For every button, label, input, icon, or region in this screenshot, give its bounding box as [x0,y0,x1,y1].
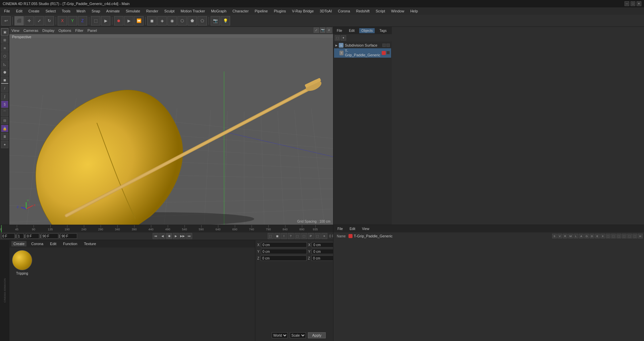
viewport-menu-filter[interactable]: Filter [75,29,83,33]
menu-mograph[interactable]: MoGraph [208,8,229,14]
flag-s[interactable]: S [552,234,557,238]
tl-btn1[interactable]: ⬚ [268,233,274,239]
undo-button[interactable]: ↩ [1,16,11,25]
menu-select[interactable]: Select [43,8,59,14]
rotate-tool-button[interactable]: ↻ [45,16,54,25]
flag-v[interactable]: V [557,234,562,238]
menu-plugins[interactable]: Plugins [271,8,288,14]
record-active-button[interactable]: ⏺ [166,233,172,239]
flag-g[interactable]: G [584,234,589,238]
forward-button[interactable]: ⏩ [134,16,144,25]
menu-pipeline[interactable]: Pipeline [252,8,270,14]
rp-tab-objects[interactable]: Objects [359,28,375,33]
display-mode6[interactable]: ⬠ [198,16,207,25]
viewport-camera-ctrl[interactable]: 📷 [320,27,325,33]
display-mode1[interactable]: ◼ [147,16,157,25]
tool-lasso[interactable]: ⌒ [1,109,8,116]
obj-vis3[interactable] [386,51,390,54]
me-tab-texture[interactable]: Texture [82,241,98,246]
tl-btn3[interactable]: ! [281,233,287,239]
tool-lock[interactable]: 🔒 [1,125,8,132]
frame-field[interactable] [26,233,39,239]
menu-motion-tracker[interactable]: Motion Tracker [178,8,208,14]
minimize-button[interactable]: ─ [625,1,629,6]
tl-btn4[interactable]: ? [288,233,294,239]
menu-window[interactable]: Window [388,8,407,14]
record-button[interactable]: ⏺ [114,16,123,25]
material-preview-ball[interactable] [12,250,32,270]
material-slot[interactable]: Tripping [12,250,32,275]
go-end-button[interactable]: ⏭ [186,233,192,239]
y-axis-button[interactable]: Y [68,16,77,25]
menu-script[interactable]: Script [373,8,388,14]
rp-tab-file[interactable]: File [335,28,344,33]
light-button[interactable]: 💡 [221,16,230,25]
tool-shape3[interactable]: ◼ [1,76,8,84]
flag-x[interactable]: X [600,234,605,238]
attr-icon4[interactable]: ⬚ [622,234,627,238]
flag-e[interactable]: E [595,234,600,238]
display-mode4[interactable]: ⬡ [177,16,187,25]
object-item-paddle[interactable]: T T-Grip_Paddle_Generic [334,48,391,58]
attr-icon3[interactable]: ⬚ [616,234,621,238]
viewport[interactable]: View Cameras Display Options Filter Pane… [9,27,333,225]
next-frame-button[interactable]: ▶▶ [179,233,185,239]
play-button[interactable]: ▶ [124,16,133,25]
viewport-menu-cameras[interactable]: Cameras [23,29,39,33]
timeline-ruler[interactable]: 0 45 90 135 190 240 290 340 390 440 490 … [0,225,335,232]
go-start-button[interactable]: ⏮ [153,233,159,239]
close-button[interactable]: ✕ [637,1,641,6]
z-axis-button[interactable]: Z [78,16,87,25]
tool-line[interactable]: / [1,84,8,92]
objects-toolbar-btn2[interactable]: ✦ [341,35,346,41]
attr-icon6[interactable]: ⬚ [633,234,637,238]
render-button[interactable]: ▶ [101,16,110,25]
menu-tools[interactable]: Tools [59,8,73,14]
display-mode3[interactable]: ◉ [167,16,177,25]
coord-world-dropdown[interactable]: World [272,332,288,338]
menu-create[interactable]: Create [26,8,42,14]
x-position-field[interactable] [261,242,307,247]
menu-snap[interactable]: Snap [89,8,103,14]
menu-mesh[interactable]: Mesh [74,8,88,14]
attr-icon1[interactable]: ⬚ [606,234,610,238]
menu-redshift[interactable]: Redshift [354,8,372,14]
menu-help[interactable]: Help [408,8,421,14]
menu-edit[interactable]: Edit [13,8,25,14]
menu-character[interactable]: Character [230,8,251,14]
tl-btn8[interactable]: ⬚ [315,233,321,239]
tool-shape1[interactable]: ◺ [1,60,8,68]
tl-btn2[interactable]: ◼ [274,233,280,239]
tool-magic[interactable]: ✦ [1,141,8,148]
me-tab-edit[interactable]: Edit [48,241,58,246]
frame-end-field[interactable] [42,233,58,239]
tool-checkerboard[interactable]: ⊞ [1,36,8,44]
object-item-subdivision[interactable]: ▶ S Subdivision Surface [334,42,391,48]
prev-frame-button[interactable]: ◀ [159,233,165,239]
menu-corona[interactable]: Corona [335,8,353,14]
move-tool-button[interactable]: ✛ [24,16,34,25]
rb-tab-view[interactable]: View [360,226,371,231]
render-settings-button[interactable]: ⬚ [91,16,100,25]
attr-icon7[interactable]: H [638,234,643,238]
scale-tool-button[interactable]: ⤢ [35,16,44,25]
camera-button[interactable]: 📷 [211,16,220,25]
menu-file[interactable]: File [1,8,13,14]
y-position-field[interactable] [261,249,307,254]
menu-3dtoai[interactable]: 3DToAI [317,8,334,14]
menu-render[interactable]: Render [144,8,161,14]
viewport-menu-panel[interactable]: Panel [88,29,97,33]
viewport-menu-display[interactable]: Display [42,29,54,33]
tl-btn9[interactable]: ≡ [321,233,327,239]
me-tab-function[interactable]: Function [61,241,79,246]
tl-btn6[interactable]: ⬚ [301,233,307,239]
tl-btn7[interactable]: P [308,233,314,239]
objects-toolbar-btn1[interactable]: ⬚ [335,35,340,41]
flag-d[interactable]: D [590,234,594,238]
viewport-menu-options[interactable]: Options [58,29,71,33]
tool-spline[interactable]: ∫ [1,93,8,100]
rb-tab-edit[interactable]: Edit [347,226,357,231]
viewport-grid-ctrl[interactable]: # [326,27,332,33]
tool-3d[interactable]: ⬡ [1,52,8,60]
attr-icon5[interactable]: ⬚ [627,234,632,238]
